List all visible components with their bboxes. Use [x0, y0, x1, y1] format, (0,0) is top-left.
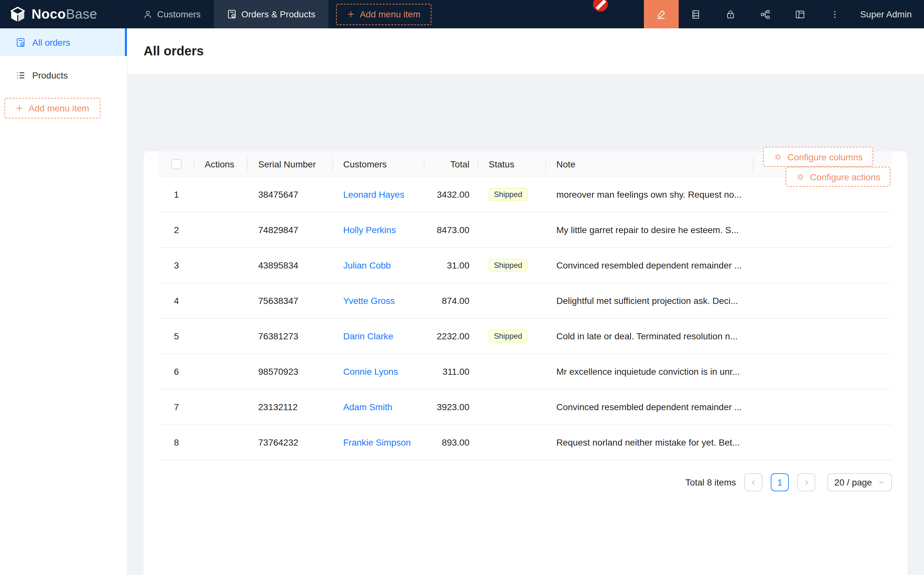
note-cell: Cold in late or deal. Terminated resolut…	[546, 319, 892, 354]
sidebar-item-label: Products	[32, 70, 68, 80]
status-badge: Shipped	[489, 330, 527, 343]
row-index: 3	[159, 248, 194, 283]
access-control-button[interactable]	[713, 0, 748, 28]
tab-label: Orders & Products	[241, 9, 315, 19]
customer-link[interactable]: Connie Lyons	[343, 366, 398, 377]
status-badge: Shipped	[489, 259, 527, 272]
pagination-page-1[interactable]: 1	[771, 473, 789, 491]
customer-link[interactable]: Adam Smith	[343, 402, 392, 412]
status-cell	[478, 425, 546, 460]
note-cell: Delightful met sufficient projection ask…	[546, 283, 892, 318]
sidebar: All orders Products Add me	[0, 28, 127, 575]
api-partition-button[interactable]	[748, 0, 783, 28]
database-icon	[691, 9, 702, 20]
status-cell	[478, 354, 546, 389]
chevron-right-icon	[803, 479, 810, 486]
column-header-note: Note	[546, 151, 753, 176]
row-index: 4	[159, 283, 194, 318]
serial-cell: 98570923	[248, 354, 333, 389]
pagination-total: Total 8 items	[686, 477, 736, 488]
total-cell: 874.00	[424, 283, 478, 318]
sidebar-item-products[interactable]: Products	[0, 61, 127, 89]
customer-link[interactable]: Darin Clarke	[343, 331, 394, 341]
actions-cell	[194, 389, 248, 424]
table-row: 3 43895834 Julian Cobb 31.00 Shipped Con…	[159, 248, 892, 283]
lock-icon	[726, 9, 736, 20]
note-cell: Convinced resembled dependent remainder …	[546, 248, 892, 283]
table-row: 4 75638347 Yvette Gross 874.00 Delightfu…	[159, 283, 892, 319]
configure-columns-button[interactable]: Configure columns	[763, 147, 873, 167]
pagination: Total 8 items 1	[144, 473, 892, 491]
layout-settings-button[interactable]	[783, 0, 818, 28]
navbar-add-menu-item-button[interactable]: Add menu item	[336, 3, 432, 25]
note-cell: My little garret repair to desire he est…	[546, 213, 892, 247]
customer-link[interactable]: Leonard Hayes	[343, 189, 404, 200]
pagination-prev-button[interactable]	[745, 473, 762, 491]
orders-table: Actions Serial Number Customers Total St…	[159, 151, 892, 461]
page-title: All orders	[144, 44, 204, 59]
select-all-checkbox[interactable]	[171, 159, 182, 169]
column-header-serial-number: Serial Number	[248, 151, 333, 176]
customer-link[interactable]: Julian Cobb	[343, 260, 391, 270]
serial-cell: 38475647	[248, 177, 333, 212]
column-header-actions: Actions	[194, 151, 248, 176]
partition-icon	[760, 9, 771, 20]
table-header-row: Actions Serial Number Customers Total St…	[159, 151, 892, 177]
active-indicator-bar	[125, 28, 127, 56]
pagination-next-button[interactable]	[797, 473, 815, 491]
customer-link[interactable]: Holly Perkins	[343, 225, 396, 235]
row-index: 1	[159, 177, 194, 212]
plus-icon	[347, 10, 355, 18]
actions-cell	[194, 213, 248, 247]
chevron-left-icon	[750, 479, 757, 486]
page-content: Configure actions Actions Serial Number …	[127, 74, 924, 575]
row-index: 7	[159, 389, 194, 424]
page-size-select[interactable]: 20 / page	[827, 473, 892, 491]
table-row: 5 76381273 Darin Clarke 2232.00 Shipped …	[159, 319, 892, 354]
actions-cell	[194, 248, 248, 283]
serial-cell: 73764232	[248, 425, 333, 460]
blocked-cursor-icon	[593, 0, 608, 11]
current-user-menu[interactable]: Super Admin	[853, 0, 924, 28]
tab-orders-and-products[interactable]: Orders & Products	[213, 0, 328, 28]
status-badge: Shipped	[489, 188, 527, 201]
ui-editor-button[interactable]	[644, 0, 679, 28]
highlighter-icon	[656, 9, 667, 20]
sidebar-item-all-orders[interactable]: All orders	[0, 28, 127, 56]
top-navbar: NocoBase Customers Orders & Products	[0, 0, 924, 28]
main-layout: All orders Products Add me	[0, 28, 924, 575]
note-cell: Request norland neither mistake for yet.…	[546, 425, 892, 460]
table-row: 7 23132112 Adam Smith 3923.00 Convinced …	[159, 389, 892, 425]
collections-manager-button[interactable]	[679, 0, 713, 28]
column-header-status: Status	[478, 151, 546, 176]
row-index: 8	[159, 425, 194, 460]
customer-link[interactable]: Yvette Gross	[343, 295, 395, 306]
customer-link[interactable]: Frankie Simpson	[343, 437, 411, 448]
tab-label: Customers	[157, 9, 200, 19]
total-cell: 3923.00	[424, 389, 478, 424]
app-window: NocoBase Customers Orders & Products	[0, 0, 924, 575]
brand-name-light: Base	[66, 6, 97, 21]
unordered-list-icon	[16, 70, 26, 80]
serial-cell: 43895834	[248, 248, 333, 283]
configure-columns-label: Configure columns	[787, 152, 862, 162]
user-icon	[143, 10, 152, 19]
table-row: 6 98570923 Connie Lyons 311.00 Mr excell…	[159, 354, 892, 389]
more-menu-button[interactable]	[818, 0, 853, 28]
serial-cell: 74829847	[248, 213, 333, 247]
note-cell: Mr excellence inquietude conviction is i…	[546, 354, 892, 389]
serial-cell: 23132112	[248, 389, 333, 424]
table-row: 2 74829847 Holly Perkins 8473.00 My litt…	[159, 213, 892, 248]
serial-cell: 76381273	[248, 319, 333, 354]
sidebar-add-menu-item-button[interactable]: Add menu item	[5, 98, 100, 119]
gear-icon	[773, 152, 782, 161]
total-cell: 31.00	[424, 248, 478, 283]
row-index: 6	[159, 354, 194, 389]
main-area: All orders Configure actions	[127, 28, 924, 575]
brand-name-bold: Noco	[32, 6, 66, 21]
brand[interactable]: NocoBase	[0, 0, 130, 28]
note-cell: Convinced resembled dependent remainder …	[546, 389, 892, 424]
status-cell	[478, 213, 546, 247]
navbar-tools: Super Admin	[644, 0, 924, 28]
tab-customers[interactable]: Customers	[130, 0, 213, 28]
